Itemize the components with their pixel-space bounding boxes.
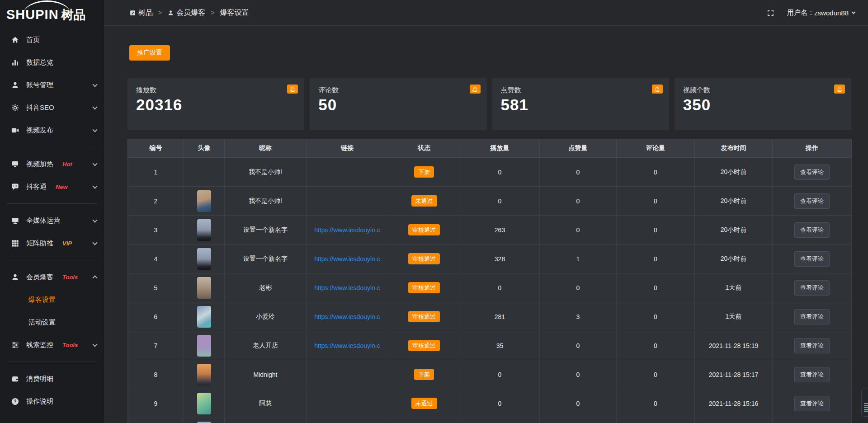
cell-comments: 0 [617,273,695,302]
cell-id [128,418,184,423]
chevron-down-icon [92,240,97,245]
view-comments-button[interactable]: 查看评论 [794,396,830,411]
cell-likes: 0 [540,389,617,418]
sidebar-item-matrix-boost[interactable]: 矩阵助推VIP [0,232,104,254]
chevron-down-icon [92,217,97,222]
cell-id: 9 [128,389,184,418]
stat-card-label: 视频个数 [683,86,844,94]
cell-plays: 0 [460,187,540,216]
sidebar-item-member-baoke[interactable]: 会员爆客Tools [0,266,104,288]
stat-cards-row: 播放数总20316评论数总50点赞数总581视频个数总350 [127,78,851,130]
cell-action: 查看评论 [773,187,852,216]
sidebar-item-douketong[interactable]: 抖客通New [0,175,104,198]
chevron-down-icon [92,104,97,109]
cell-nickname: 小爱玲 [225,302,307,331]
view-comments-button[interactable]: 查看评论 [794,222,830,238]
column-header-link: 链接 [307,139,388,158]
cell-action: 查看评论 [773,244,852,273]
cell-time: 20小时前 [695,216,773,244]
sidebar-item-video-heat[interactable]: 视频加热Hot [0,153,104,175]
sidebar-item-account-management[interactable]: 账号管理 [0,74,104,96]
link-text[interactable]: https://www.iesdouyin.c [307,226,388,234]
chevron-down-icon [92,183,97,188]
sidebar-item-operation-guide[interactable]: ?操作说明 [0,390,104,413]
link-text[interactable]: https://www.iesdouyin.c [307,342,388,349]
cell-comments: 0 [617,389,695,418]
svg-text:?: ? [14,399,16,404]
sidebar-menu: 首页数据总览账号管理抖音SEO视频发布视频加热Hot抖客通New全媒体运营矩阵助… [0,26,104,413]
stat-card-value: 50 [318,96,479,114]
breadcrumb-label: 会员爆客 [176,8,205,18]
sidebar-item-label: 会员爆客 [26,273,53,282]
avatar [197,422,211,423]
view-comments-button[interactable]: 查看评论 [794,164,830,180]
status-badge: 未通过 [411,398,437,409]
cell-action: 查看评论 [773,389,852,418]
cell-comments: 0 [617,244,695,273]
status-badge: 下架 [414,369,434,380]
table-row: 5老彬https://www.iesdouyin.c审核通过0001天前查看评论 [128,273,852,302]
sidebar-item-douyin-seo[interactable]: 抖音SEO [0,96,104,119]
table-row: 4设置一个新名字https://www.iesdouyin.c审核通过32810… [128,244,852,273]
cell-comments: 0 [617,158,695,187]
cell-plays: 281 [460,302,540,331]
sidebar-item-data-overview[interactable]: 数据总览 [0,51,104,74]
link-text[interactable]: https://www.iesdouyin.c [307,313,388,320]
cell-nickname: 老人开店 [225,331,307,360]
cell-nickname [225,418,307,423]
cell-likes: 1 [540,244,617,273]
sidebar-item-label: 全媒体运营 [26,216,60,225]
cell-status: 未通过 [388,389,460,418]
view-comments-button[interactable]: 查看评论 [794,251,830,267]
status-badge: 审核通过 [408,282,440,293]
cell-nickname: 阿慧 [225,389,307,418]
promo-settings-button[interactable]: 推广设置 [129,45,170,61]
cell-comments: 0 [617,331,695,360]
sidebar-item-consumption-detail[interactable]: 消费明细 [0,367,104,390]
breadcrumb-separator: > [211,9,214,16]
link-text[interactable]: https://www.iesdouyin.c [307,284,388,291]
view-comments-button[interactable]: 查看评论 [794,367,830,382]
sidebar-subitem-baoke-settings[interactable]: 爆客设置 [0,288,104,311]
breadcrumb-item-shupin[interactable]: 树品 [129,8,153,18]
view-comments-button[interactable]: 查看评论 [794,193,830,209]
cell-likes: 0 [540,216,617,244]
sidebar-item-home[interactable]: 首页 [0,28,104,51]
total-badge: 总 [652,85,663,94]
username-label: 用户名： [787,9,814,17]
sidebar-item-clue-monitor[interactable]: 线索监控Tools [0,334,104,356]
cell-status: 审核通过 [388,331,460,360]
avatar [197,364,211,385]
sidebar-item-video-publish[interactable]: 视频发布 [0,119,104,141]
view-comments-button[interactable]: 查看评论 [794,280,830,296]
cell-plays: 328 [460,244,540,273]
floating-widget[interactable] [861,389,868,417]
breadcrumb-item-member-baoke[interactable]: 会员爆客 [167,8,205,18]
logo-arc-decoration [24,0,71,14]
view-comments-button[interactable]: 查看评论 [794,309,830,324]
heat-screen-icon [11,160,19,169]
fullscreen-icon[interactable] [767,9,774,17]
column-header-time: 发布时间 [695,139,773,158]
sidebar-subitem-activity-settings[interactable]: 活动设置 [0,311,104,334]
cell-comments: 0 [617,360,695,389]
cell-time: 2021-11-28 15:19 [695,331,773,360]
total-badge: 总 [470,85,481,94]
username-dropdown[interactable]: 用户名：zswodun88 [787,9,855,17]
sidebar-item-tag: Tools [62,342,78,348]
cell-comments: 0 [617,187,695,216]
table-row [128,418,852,423]
sidebar-item-label: 矩阵助推 [26,239,53,248]
sidebar-item-label: 视频加热 [26,160,53,169]
bar-chart-icon [11,58,19,67]
view-comments-button[interactable]: 查看评论 [794,338,830,353]
cell-avatar [184,216,225,244]
sidebar-item-media-operation[interactable]: 全媒体运营 [0,209,104,232]
link-text[interactable]: https://www.iesdouyin.c [307,255,388,263]
cell-likes: 0 [540,360,617,389]
cell-id: 5 [128,273,184,302]
cell-plays: 0 [460,158,540,187]
column-header-comments: 评论量 [617,139,695,158]
chevron-down-icon [92,342,97,347]
breadcrumb-label: 树品 [138,8,153,18]
